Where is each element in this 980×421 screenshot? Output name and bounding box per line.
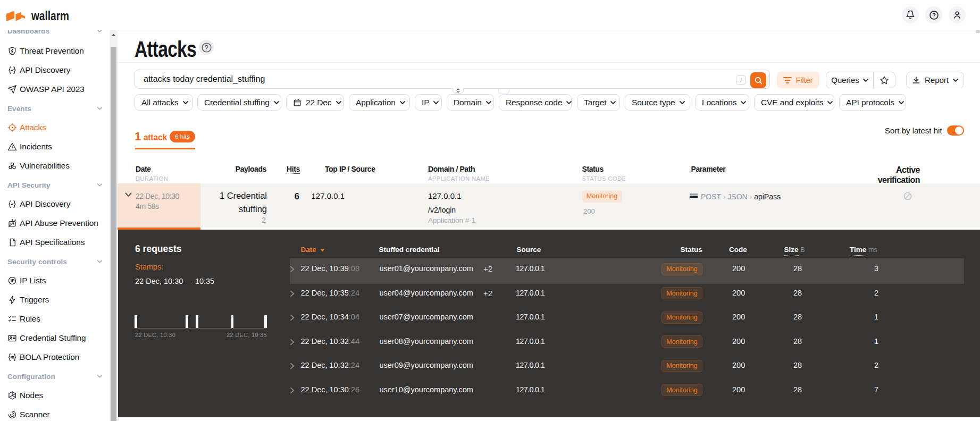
svg-text:wallarm: wallarm [31,10,69,23]
